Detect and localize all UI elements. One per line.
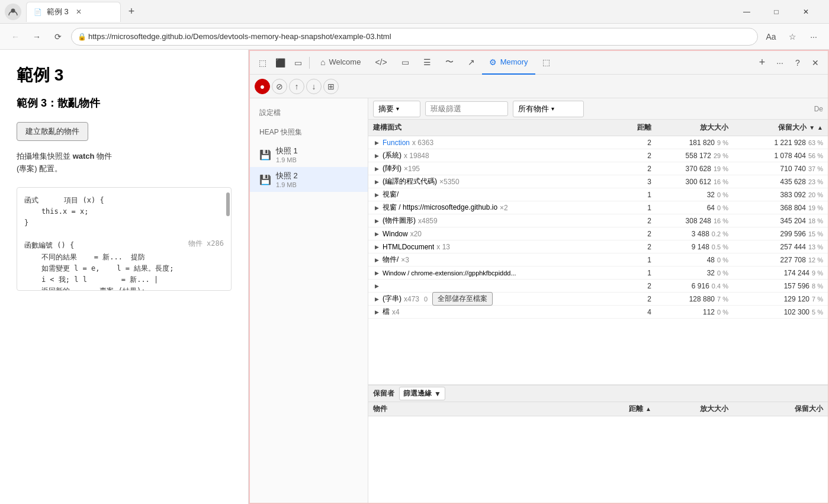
table-row[interactable]: ▶ Function x 6363 2 181 820 9 %: [368, 136, 828, 149]
retainers-filter-label: 篩選邊緣: [403, 389, 432, 399]
col-distance-header[interactable]: 距離: [609, 123, 656, 133]
tab-close-button[interactable]: ✕: [76, 8, 82, 16]
new-tab-button[interactable]: +: [123, 4, 140, 20]
table-row[interactable]: ▶ (物件圖形) x4859 2 308 248 16 %: [368, 214, 828, 227]
toolbar-divider: [309, 57, 310, 69]
table-row[interactable]: ▶ (字串) x473 0 全部儲存至檔案 2 128 880 7 %: [368, 293, 828, 306]
row-expand-icon[interactable]: ▶: [373, 269, 380, 277]
devtools-new-tab-button[interactable]: +: [754, 55, 770, 70]
snapshot-2-item[interactable]: 💾 快照 2 1.9 MB: [250, 167, 368, 192]
row-expand-icon[interactable]: ▶: [373, 191, 380, 198]
table-row[interactable]: ▶ 視窗 / https://microsoftedge.github.io ×…: [368, 201, 828, 214]
back-button[interactable]: ←: [7, 28, 24, 45]
forward-button[interactable]: →: [28, 28, 45, 45]
devtools-device-icon[interactable]: ⬚: [255, 55, 270, 70]
tab-welcome[interactable]: ⌂ Welcome: [313, 51, 368, 75]
tab-elements[interactable]: </>: [368, 51, 394, 75]
create-scattered-button[interactable]: 建立散亂的物件: [17, 122, 88, 141]
cell-distance: 1: [609, 269, 656, 277]
cell-constructor: ▶ (物件圖形) x4859: [368, 216, 609, 226]
table-row[interactable]: ▶ HTMLDocument x 13 2 9 148 0.5 %: [368, 240, 828, 253]
row-expand-icon[interactable]: ▶: [373, 204, 380, 211]
row-expand-icon[interactable]: ▶: [373, 296, 380, 303]
shallow-pct: 16 %: [714, 217, 728, 224]
reader-button[interactable]: Aa: [763, 28, 779, 45]
cell-retained: 157 596 8 %: [733, 282, 828, 290]
devtools-help-button[interactable]: ?: [790, 55, 805, 70]
devtools-sidebar-icon[interactable]: ▭: [290, 55, 306, 70]
col-constructor-header[interactable]: 建構面式: [368, 123, 609, 133]
cell-shallow: 9 148 0.5 %: [656, 243, 733, 251]
class-filter-input[interactable]: [425, 101, 508, 116]
retainers-filter-dropdown[interactable]: 篩選邊緣 ▼: [399, 387, 445, 400]
col-retained-header[interactable]: 保留大小 ▼ ▲: [733, 123, 828, 133]
memory-icon: ⚙: [489, 57, 497, 67]
row-expand-icon[interactable]: ▶: [373, 152, 380, 159]
table-row[interactable]: ▶ 物件/ ×3 1 48 0 % 227 708: [368, 253, 828, 267]
devtools-screen-icon[interactable]: ⬛: [272, 55, 288, 70]
tab-network[interactable]: 〜: [438, 51, 461, 75]
shallow-pct: 16 %: [714, 178, 728, 185]
tab-new-window[interactable]: ⬚: [535, 51, 557, 75]
table-row[interactable]: ▶ 視窗/ 1 32 0 % 383 092 20: [368, 188, 828, 201]
devtools-more-button[interactable]: ···: [772, 55, 788, 70]
save-to-file-button[interactable]: 全部儲存至檔案: [432, 292, 493, 306]
retained-pct: 18 %: [808, 217, 823, 224]
table-row[interactable]: ▶ Window / chrome-extension://gpphkfbcpi…: [368, 267, 828, 280]
record-button[interactable]: ●: [255, 79, 270, 94]
minimize-button[interactable]: —: [733, 3, 760, 21]
view-selector: 摘要 ▾ 所有物件 ▾ De: [368, 98, 828, 120]
tab-memory[interactable]: ⚙ Memory: [482, 51, 535, 75]
active-tab[interactable]: 📄 範例 3 ✕: [26, 2, 121, 22]
row-expand-icon[interactable]: ▶: [373, 309, 380, 316]
stop-button[interactable]: ⊘: [272, 79, 287, 94]
address-input[interactable]: 🔒 https://microsoftedge.github.io/Demos/…: [71, 28, 758, 46]
cell-name: (系統): [383, 150, 401, 160]
shallow-pct: 0.4 %: [712, 283, 728, 290]
more-button[interactable]: ···: [805, 28, 822, 45]
row-expand-icon[interactable]: ▶: [373, 230, 380, 237]
retained-pct: 9 %: [812, 269, 823, 277]
table-row[interactable]: ▶ (編譯的程式代碼) ×5350 3 300 612 16 %: [368, 175, 828, 188]
snapshot-1-item[interactable]: 💾 快照 1 1.9 MB: [250, 142, 368, 167]
tab-console[interactable]: ▭: [394, 51, 416, 75]
upload-button[interactable]: ↑: [289, 79, 304, 94]
tab-performance[interactable]: ↗: [461, 51, 482, 75]
devtools-close-button[interactable]: ✕: [808, 55, 823, 70]
class-filter-dropdown[interactable]: 所有物件 ▾: [513, 101, 584, 117]
cell-distance: 2: [609, 243, 656, 251]
code-scrollbar[interactable]: [226, 192, 230, 216]
memory-actions: ● ⊘ ↑ ↓ ⊞: [255, 79, 339, 94]
col-shallow-header[interactable]: 放大大小: [656, 123, 733, 133]
maximize-button[interactable]: □: [763, 3, 790, 21]
clear-button[interactable]: ⊞: [323, 79, 339, 94]
favorites-button[interactable]: ☆: [784, 28, 801, 45]
browser-frame: 📄 範例 3 ✕ + — □ ✕ ← → ⟳ 🔒 https://microso…: [0, 0, 829, 504]
row-expand-icon[interactable]: ▶: [373, 178, 380, 185]
table-row[interactable]: ▶ (系統) x 19848 2 558 172 29 %: [368, 149, 828, 162]
retained-value: 257 444: [780, 243, 806, 251]
cell-constructor: ▶: [368, 283, 609, 290]
cell-constructor: ▶ 視窗/: [368, 190, 609, 200]
row-expand-icon[interactable]: ▶: [373, 243, 380, 251]
row-expand-icon[interactable]: ▶: [373, 217, 380, 224]
profile-icon[interactable]: [5, 4, 21, 20]
row-expand-icon[interactable]: ▶: [373, 256, 380, 264]
close-button[interactable]: ✕: [792, 3, 820, 21]
snapshot-1-name: 快照 1: [276, 146, 298, 156]
snapshot-2-info: 快照 2 1.9 MB: [276, 171, 298, 188]
table-row[interactable]: ▶ 檔 x4 4 112 0 % 102 300: [368, 306, 828, 319]
cell-constructor: ▶ Window / chrome-extension://gpphkfbcpi…: [368, 269, 609, 277]
refresh-button[interactable]: ⟳: [50, 28, 66, 45]
table-row[interactable]: ▶ (陣列) ×195 2 370 628 19 %: [368, 162, 828, 175]
view-dropdown[interactable]: 摘要 ▾: [373, 101, 420, 117]
row-expand-icon[interactable]: ▶: [373, 283, 380, 290]
table-row[interactable]: ▶ 2 6 916 0.4 % 157 596 8: [368, 280, 828, 293]
row-expand-icon[interactable]: ▶: [373, 165, 380, 172]
retained-pct: 13 %: [808, 243, 823, 251]
download-button[interactable]: ↓: [306, 79, 322, 94]
row-expand-icon[interactable]: ▶: [373, 139, 380, 146]
ret-col-distance-header: 距離 ▲: [609, 404, 656, 414]
tab-sources[interactable]: ☰: [416, 51, 438, 75]
table-row[interactable]: ▶ Window x20 2 3 488 0.2 %: [368, 227, 828, 240]
